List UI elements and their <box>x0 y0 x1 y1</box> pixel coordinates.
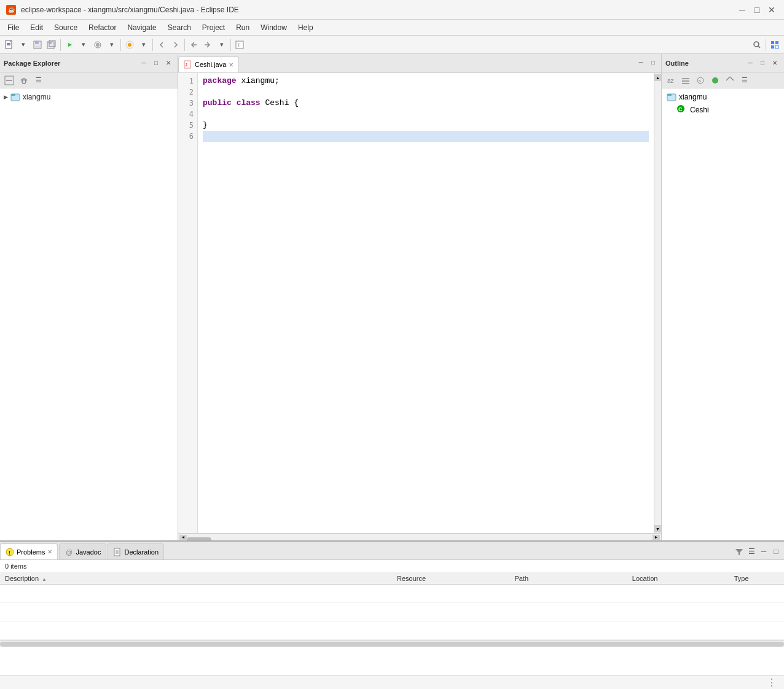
hscroll-right-button[interactable]: ► <box>653 535 660 540</box>
new-button[interactable] <box>2 38 16 52</box>
code-text-area[interactable]: package xiangmu; public class Ceshi { } <box>198 73 654 533</box>
menu-window[interactable]: Window <box>256 22 292 33</box>
window-title: eclipse-workspace - xiangmu/src/xiangmu/… <box>21 6 239 14</box>
svg-rect-4 <box>35 41 39 44</box>
menu-navigate[interactable]: Navigate <box>122 22 161 33</box>
menu-source[interactable]: Source <box>49 22 82 33</box>
outline-view-menu-button[interactable]: ☰ <box>738 74 751 87</box>
pe-view-menu-button[interactable]: ☰ <box>32 74 45 87</box>
new-dropdown-button[interactable]: ▾ <box>17 38 30 52</box>
minimize-button[interactable]: ─ <box>736 4 748 16</box>
open-type-button[interactable]: T <box>233 38 246 52</box>
hscroll-left-button[interactable]: ◄ <box>179 535 187 540</box>
line-num-6: 6 <box>178 131 197 142</box>
coverage-button[interactable] <box>123 38 136 52</box>
problems-tab-icon: ! <box>6 548 14 556</box>
editor-vscrollbar[interactable]: ▲ ▼ <box>654 73 661 533</box>
editor-hscrollbar[interactable]: ◄ ► <box>178 533 661 540</box>
svg-text:J: J <box>185 63 187 67</box>
bottom-filter-button[interactable] <box>734 546 745 557</box>
pe-item-xiangmu[interactable]: ▶ xiangmu <box>0 91 178 103</box>
coverage-dropdown-button[interactable]: ▾ <box>137 38 151 52</box>
problems-tab-label: Problems <box>17 548 45 556</box>
bottom-tab-problems[interactable]: ! Problems ✕ <box>0 543 58 559</box>
declaration-tab-icon <box>113 548 122 556</box>
title-bar: ☕ eclipse-workspace - xiangmu/src/xiangm… <box>0 0 784 20</box>
run-button[interactable] <box>63 38 76 52</box>
save-all-button[interactable] <box>45 38 58 52</box>
menu-file[interactable]: File <box>2 22 24 33</box>
svg-text:s: s <box>699 78 701 84</box>
project-icon <box>10 92 20 102</box>
outline-filter-button[interactable] <box>723 74 737 87</box>
search-button[interactable] <box>750 38 764 52</box>
editor-content-area[interactable]: 1 2 3 4 5 6 package xiangmu; public clas… <box>178 73 661 533</box>
maximize-button[interactable]: □ <box>751 4 763 16</box>
bottom-tab-declaration[interactable]: Declaration <box>108 543 164 559</box>
col-location[interactable]: Location <box>627 573 729 585</box>
editor-tab-ceshi[interactable]: J Ceshi.java ✕ <box>178 56 239 72</box>
save-button[interactable] <box>31 38 44 52</box>
menu-help[interactable]: Help <box>293 22 318 33</box>
table-row <box>0 585 784 603</box>
code-line-6 <box>203 131 649 142</box>
outline-sort-button[interactable]: az <box>664 74 678 87</box>
editor-tab-close[interactable]: ✕ <box>229 61 233 68</box>
pe-maximize-button[interactable]: □ <box>151 58 162 69</box>
col-path[interactable]: Path <box>509 573 627 585</box>
history-dropdown-button[interactable]: ▾ <box>215 38 229 52</box>
svg-line-21 <box>758 46 760 48</box>
svg-rect-22 <box>771 41 774 44</box>
perspectives-button[interactable] <box>768 38 782 52</box>
outline-maximize-button[interactable]: □ <box>757 58 768 69</box>
bottom-tab-javadoc[interactable]: @ Javadoc <box>59 543 106 559</box>
pe-minimize-button[interactable]: ─ <box>138 58 149 69</box>
svg-point-15 <box>128 43 131 47</box>
col-type[interactable]: Type <box>729 573 784 585</box>
menu-edit[interactable]: Edit <box>25 22 48 33</box>
debug-button[interactable] <box>91 38 104 52</box>
pe-close-button[interactable]: ✕ <box>163 58 174 69</box>
outline-close-button[interactable]: ✕ <box>769 58 780 69</box>
bottom-hscrollbar[interactable] <box>0 640 784 647</box>
debug-dropdown-button[interactable]: ▾ <box>105 38 119 52</box>
close-button[interactable]: ✕ <box>766 4 778 16</box>
prev-edit-button[interactable] <box>155 38 168 52</box>
vscroll-up-button[interactable]: ▲ <box>654 74 662 81</box>
java-file-icon: J <box>184 60 192 69</box>
pe-item-label: xiangmu <box>23 93 50 101</box>
back-button[interactable] <box>187 38 200 52</box>
outline-item-xiangmu[interactable]: xiangmu <box>662 91 784 103</box>
forward-button[interactable] <box>201 38 214 52</box>
status-dots: ⋮ <box>767 677 779 688</box>
pe-content: ▶ xiangmu <box>0 88 178 540</box>
code-line-3: public class Ceshi { <box>203 98 649 109</box>
editor-minimize-button[interactable]: ─ <box>635 56 646 68</box>
next-edit-button[interactable] <box>169 38 182 52</box>
problems-tab-close[interactable]: ✕ <box>47 548 52 555</box>
outline-hide-static-button[interactable]: s <box>694 74 707 87</box>
outline-minimize-button[interactable]: ─ <box>745 58 756 69</box>
run-dropdown-button[interactable]: ▾ <box>77 38 90 52</box>
outline-xiangmu-label: xiangmu <box>679 93 707 101</box>
pe-collapse-all-button[interactable] <box>2 74 16 87</box>
table-row <box>0 621 784 640</box>
outline-link-button[interactable] <box>708 74 722 87</box>
col-description[interactable]: Description ▲ <box>0 573 392 585</box>
editor-maximize-button[interactable]: □ <box>648 56 659 68</box>
menu-project[interactable]: Project <box>197 22 230 33</box>
col-resource[interactable]: Resource <box>392 573 509 585</box>
editor-tab-label: Ceshi.java <box>195 61 226 68</box>
status-bar: ⋮ <box>0 675 784 689</box>
pe-link-editor-button[interactable] <box>17 74 31 87</box>
vscroll-down-button[interactable]: ▼ <box>654 525 662 532</box>
menu-refactor[interactable]: Refactor <box>84 22 121 33</box>
menu-run[interactable]: Run <box>231 22 254 33</box>
bottom-view-menu-button[interactable]: ☰ <box>746 546 757 557</box>
outline-item-ceshi[interactable]: C Ceshi <box>662 103 784 116</box>
menu-search[interactable]: Search <box>163 22 196 33</box>
bottom-minimize-button[interactable]: ─ <box>758 546 769 557</box>
package-explorer-header: Package Explorer ─ □ ✕ <box>0 54 178 72</box>
bottom-maximize-button[interactable]: □ <box>770 546 782 557</box>
outline-hide-fields-button[interactable] <box>679 74 692 87</box>
